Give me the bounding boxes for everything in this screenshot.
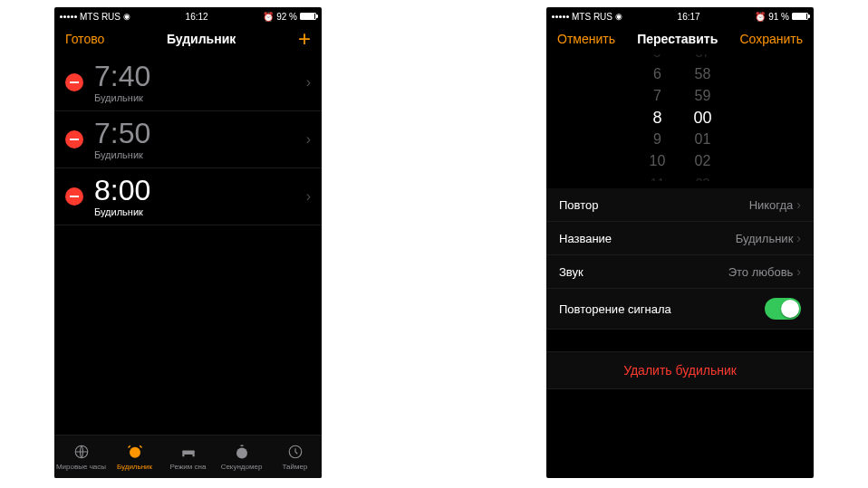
- battery-icon: [792, 13, 808, 20]
- setting-sound[interactable]: Звук Это любовь›: [546, 255, 814, 289]
- svg-point-5: [236, 448, 247, 459]
- svg-rect-6: [240, 445, 243, 447]
- alarm-list: 7:40 Будильник › 7:50 Будильник › 8:00 Б…: [54, 54, 322, 435]
- globe-icon: [72, 443, 91, 461]
- battery-pct: 91 %: [768, 12, 789, 22]
- navbar: Отменить Переставить Сохранить: [546, 24, 814, 54]
- status-time: 16:17: [678, 12, 700, 22]
- svg-rect-3: [182, 455, 184, 456]
- alarm-status-icon: ⏰: [263, 12, 274, 22]
- wifi-icon: ◉: [615, 12, 622, 21]
- signal-icon: [60, 15, 77, 18]
- add-alarm-button[interactable]: +: [298, 28, 311, 50]
- battery-pct: 92 %: [276, 12, 297, 22]
- setting-snooze: Повторение сигнала: [546, 289, 814, 330]
- bed-icon: [179, 443, 198, 461]
- delete-icon[interactable]: [65, 130, 83, 148]
- alarm-label: Будильник: [94, 206, 306, 217]
- time-picker[interactable]: 5 6 7 8 9 10 11 57 58 59 00 01 02 03: [546, 54, 814, 181]
- tab-world-clock[interactable]: Мировые часы: [54, 435, 108, 478]
- chevron-right-icon: ›: [306, 74, 311, 91]
- svg-rect-2: [182, 451, 195, 455]
- alarm-time: 8:00: [94, 176, 306, 205]
- alarm-time: 7:50: [94, 119, 306, 148]
- minute-column[interactable]: 57 58 59 00 01 02 03: [680, 54, 726, 181]
- stopwatch-icon: [233, 443, 251, 461]
- svg-rect-4: [192, 455, 194, 456]
- setting-repeat[interactable]: Повтор Никогда›: [546, 188, 814, 222]
- chevron-right-icon: ›: [796, 197, 801, 212]
- status-time: 16:12: [186, 12, 208, 22]
- tab-timer[interactable]: Таймер: [268, 435, 322, 478]
- alarm-label: Будильник: [94, 92, 306, 103]
- cancel-button[interactable]: Отменить: [557, 32, 615, 46]
- chevron-right-icon: ›: [796, 264, 801, 279]
- navbar: Готово Будильник +: [54, 24, 322, 54]
- save-button[interactable]: Сохранить: [739, 32, 803, 46]
- setting-name[interactable]: Название Будильник›: [546, 222, 814, 255]
- tab-bar: Мировые часы Будильник Режим сна Секундо…: [54, 435, 322, 478]
- signal-icon: [552, 15, 569, 18]
- tab-stopwatch[interactable]: Секундомер: [215, 435, 268, 478]
- phone-alarm-list: MTS RUS ◉ 16:12 ⏰ 92 % Готово Будильник …: [54, 7, 322, 478]
- alarm-label: Будильник: [94, 149, 306, 160]
- phone-alarm-edit: MTS RUS ◉ 16:17 ⏰ 91 % Отменить Перестав…: [546, 7, 814, 478]
- wifi-icon: ◉: [123, 12, 130, 21]
- alarm-clock-icon: [126, 443, 144, 461]
- page-title: Будильник: [167, 32, 236, 46]
- status-bar: MTS RUS ◉ 16:17 ⏰ 91 %: [546, 7, 814, 24]
- alarm-status-icon: ⏰: [755, 12, 766, 22]
- done-button[interactable]: Готово: [65, 32, 104, 46]
- carrier-label: MTS RUS: [572, 12, 612, 22]
- delete-icon[interactable]: [65, 73, 83, 91]
- svg-point-1: [130, 447, 140, 458]
- chevron-right-icon: ›: [796, 231, 801, 245]
- alarm-row[interactable]: 8:00 Будильник ›: [54, 168, 322, 225]
- status-bar: MTS RUS ◉ 16:12 ⏰ 92 %: [54, 7, 322, 24]
- alarm-row[interactable]: 7:40 Будильник ›: [54, 54, 322, 111]
- delete-icon[interactable]: [65, 187, 83, 206]
- tab-bedtime[interactable]: Режим сна: [161, 435, 215, 478]
- battery-icon: [300, 13, 316, 20]
- chevron-right-icon: ›: [306, 188, 311, 205]
- tab-alarm[interactable]: Будильник: [108, 435, 161, 478]
- delete-alarm-button[interactable]: Удалить будильник: [546, 351, 814, 389]
- alarm-settings: Повтор Никогда› Название Будильник› Звук…: [546, 188, 814, 330]
- alarm-row[interactable]: 7:50 Будильник ›: [54, 111, 322, 168]
- alarm-time: 7:40: [94, 62, 306, 91]
- hour-column[interactable]: 5 6 7 8 9 10 11: [635, 54, 680, 181]
- timer-icon: [286, 443, 304, 461]
- snooze-toggle[interactable]: [765, 298, 801, 320]
- carrier-label: MTS RUS: [80, 12, 121, 22]
- page-title: Переставить: [637, 32, 718, 46]
- chevron-right-icon: ›: [306, 131, 311, 148]
